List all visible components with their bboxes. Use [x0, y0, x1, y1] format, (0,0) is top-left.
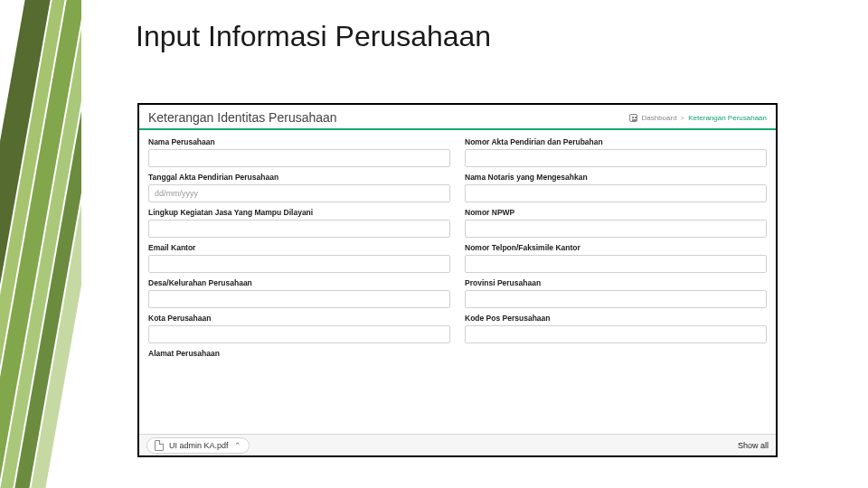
label-provinsi: Provinsi Perusahaan: [465, 278, 767, 287]
file-icon: [155, 440, 164, 451]
browser-download-bar: UI admin KA.pdf ⌃ Show all: [139, 434, 776, 455]
label-tanggal-akta: Tanggal Akta Pendirian Perusahaan: [148, 173, 450, 182]
app-screenshot-frame: Keterangan Identitas Perusahaan Dashboar…: [137, 103, 778, 457]
breadcrumb: Dashboard > Keterangan Perusahaan: [629, 114, 767, 122]
label-alamat: Alamat Perusahaan: [148, 349, 767, 358]
label-nama-notaris: Nama Notaris yang Mengesahkan: [465, 173, 767, 182]
label-email-kantor: Email Kantor: [148, 243, 450, 252]
company-info-form: Nama Perusahaan Nomor Akta Pendirian dan…: [139, 130, 776, 361]
input-kodepos[interactable]: [465, 325, 767, 343]
label-npwp: Nomor NPWP: [465, 208, 767, 217]
input-desa[interactable]: [148, 290, 450, 308]
input-tanggal-akta[interactable]: [148, 184, 450, 202]
decorative-stripes: [0, 0, 81, 488]
label-kodepos: Kode Pos Persusahaan: [465, 314, 767, 323]
page-title: Keterangan Identitas Perusahaan: [148, 110, 337, 125]
app-header: Keterangan Identitas Perusahaan Dashboar…: [139, 105, 776, 130]
slide-title: Input Informasi Perusahaan: [136, 20, 491, 53]
label-nomor-akta: Nomor Akta Pendirian dan Perubahan: [465, 137, 767, 146]
breadcrumb-dashboard[interactable]: Dashboard: [641, 114, 676, 122]
label-desa: Desa/Kelurahan Perusahaan: [148, 278, 450, 287]
breadcrumb-current: Keterangan Perusahaan: [688, 114, 767, 122]
chevron-up-icon: ⌃: [234, 441, 241, 450]
input-provinsi[interactable]: [465, 290, 767, 308]
label-nama-perusahaan: Nama Perusahaan: [148, 137, 450, 146]
input-telpon[interactable]: [465, 255, 767, 273]
label-telpon: Nomor Telpon/Faksimile Kantor: [465, 243, 767, 252]
input-nama-notaris[interactable]: [465, 184, 767, 202]
input-email-kantor[interactable]: [148, 255, 450, 273]
input-nomor-akta[interactable]: [465, 149, 767, 167]
chevron-right-icon: >: [681, 114, 685, 122]
input-kota[interactable]: [148, 325, 450, 343]
dashboard-icon: [629, 114, 637, 122]
download-chip[interactable]: UI admin KA.pdf ⌃: [146, 437, 250, 454]
download-filename: UI admin KA.pdf: [169, 441, 229, 450]
input-lingkup[interactable]: [148, 220, 450, 238]
show-all-downloads[interactable]: Show all: [738, 441, 769, 450]
input-npwp[interactable]: [465, 220, 767, 238]
label-lingkup: Lingkup Kegiatan Jasa Yang Mampu Dilayan…: [148, 208, 450, 217]
label-kota: Kota Perusahaan: [148, 314, 450, 323]
input-nama-perusahaan[interactable]: [148, 149, 450, 167]
